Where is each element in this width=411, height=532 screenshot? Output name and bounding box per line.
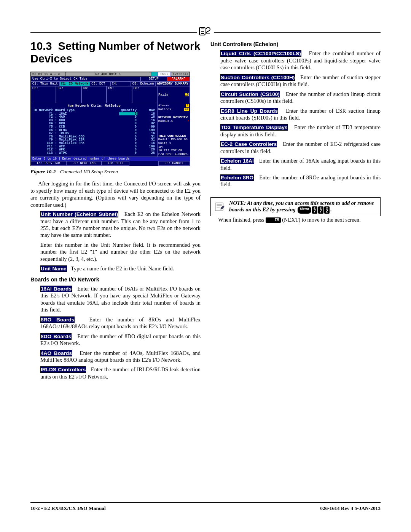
tab-c7: C7: [56,86,81,103]
fkey-f2: F2: NEXT TAB [66,161,102,166]
definition-term: Unit Name [40,265,67,272]
terminal-screenshot: 02-01-11 ● ♪ ♫ RX-400 Unit 1 FULL 12:36:… [30,72,190,166]
tab-c2: C2: IO Network [59,81,90,86]
definition-item: TD3 Temperature Displays Enter the numbe… [220,124,381,138]
term-fw: F/W Rev: 4.00B25 [158,153,189,156]
note-icon [214,201,225,212]
definition-item: 4AO Boards Enter the number of 4AOs, Mul… [40,350,201,364]
note-trail: . [330,206,332,212]
note-box: NOTE: At any time, you can access this s… [210,197,381,216]
keycap-menu: Menu [298,206,311,214]
definition-term: 8RO Boards [40,316,75,323]
fkey-f4 [129,161,158,166]
keycap-7: &7 [312,206,317,214]
note-text: NOTE: At any time, you can access this s… [229,200,377,214]
term-ctrl-title: THIS CONTROLLER [158,134,189,138]
tab-c6: C6: [31,86,56,103]
term-tabs-row2: C6: C7: C8: C9: C0: Fails 15 [31,86,190,103]
term-top-iconbox [151,72,158,77]
term-net-title: NETWORK OVERVIEW [158,116,189,119]
definition-term: Echelon 16AI [220,158,254,164]
after-note-pre: When finished, press [218,217,266,223]
definition-item: Liquid Ctrls (CC100P/CC100LS) Enter the … [220,50,381,71]
definition-term: Unit Number (Echelon Subnet) [40,211,118,217]
definition-term: ESR8 Line Up Boards [220,108,278,114]
section-number: 10.3 [30,40,52,52]
definition-item: Echelon 16AI Enter the number of 16AIe a… [220,157,381,171]
intro-paragraph: After logging in for the first time, the… [30,180,201,208]
plus-icon: + [187,120,189,123]
term-alarm: *ALARM* [167,77,190,81]
definition-term: 8DO Boards [40,333,72,340]
after-note-paragraph: When finished, press F5 (NEXT) to move t… [210,216,381,223]
definition-item: IRLDS Controllers Enter the number of IR… [40,366,201,380]
term-tabs-row1: C1: This Unit C2: IO Network C3: ECT C4:… [31,81,190,86]
figure-caption-text: - Connected I/O Setup Screen [56,169,118,174]
definition-term: EC-2 Case Controllers [220,141,277,147]
figure-label: Figure 10-2 [30,169,56,174]
term-top-center: RX-400 Unit 1 [65,72,151,77]
figure-caption: Figure 10-2 - Connected I/O Setup Screen [30,168,201,175]
term-sidebar: Alarms1 Notices42 NETWORK OVERVIEW Modbu… [157,103,190,157]
term-alarms-label: Alarms [158,104,169,107]
term-hint: Use Ctrl-X to Select CX Tabs [31,77,140,81]
term-top-time: 12:36:47 [171,72,190,77]
definition-desc: Type a name for the E2 in the Unit Name … [71,265,174,272]
tab-c4: C4: [110,81,131,86]
right-column: Unit Controllers (Echelon) Liquid Ctrls … [210,40,381,383]
term-ip: IP: 10.212.237.69 [158,145,189,152]
definition-term: 16AI Boards [40,286,72,292]
definition-term: Circuit Suction (CS100) [220,91,280,97]
tab-c9: C9: [107,86,132,103]
term-fails-label: Fails [158,93,168,97]
fkey-f5: F5: CANCEL [158,161,190,166]
definition-term: 4AO Boards [40,350,72,356]
term-notices-val: 42 [184,108,189,111]
definition-term: Echelon 8RO [220,174,254,181]
term-body-title: Num Network Ctrls: NetSetup [32,104,156,108]
unit-controllers-subhead: Unit Controllers (Echelon) [210,41,381,48]
term-top-full: FULL [158,72,171,77]
keycap-f5: F5 [266,217,281,223]
section-heading: 10.3 Setting Number of Network Devices [30,40,201,66]
keycap-7: &7 [318,206,323,214]
term-setup: SETUP [140,77,167,81]
term-main: Num Network Ctrls: NetSetup IO Network B… [31,103,157,157]
definition-item: ESR8 Line Up Boards Enter the number of … [220,107,381,121]
term-modbus: Modbus-1 [158,120,173,123]
definition-term: Suction Controllers (CC100H) [220,74,295,81]
term-prompt: Enter 0 to 16 | Enter desired number of … [31,157,190,161]
term-model: Model: RX-400 00 [158,138,189,141]
tab-c0: C0: [132,86,157,103]
term-adv-title: ADVISORY SUMMARY [155,81,190,86]
definition-item: 16AI Boards Enter the number of 16AIs or… [40,285,201,313]
definition-item: Circuit Suction (CS100) Enter the number… [220,91,381,105]
term-table-row: #13: WTPK028 [32,152,156,155]
brand-logo [197,27,214,35]
page-footer: 10-2 • E2 RX/BX/CX I&O Manual 026-1614 R… [30,502,381,511]
boards-subhead: Boards on the I/O Network [30,276,201,283]
definition-item: Unit Number (Echelon Subnet) Each E2 on … [40,211,201,239]
definition-item: 8RO Boards Enter the number of 8ROs and … [40,316,201,330]
tab-c3: C3: ECT [90,81,110,86]
after-note-post: (NEXT) to move to the next screen. [281,217,361,223]
term-top-left: 02-01-11 ● ♪ ♫ [31,72,65,77]
definition-desc: Enter this number in the Unit Number fie… [40,242,201,262]
tab-c5: C5: Echelon [131,81,156,86]
section-title-text: Setting Number of Network Devices [30,40,200,65]
definition-item: EC-2 Case Controllers Enter the number o… [220,141,381,155]
definition-item: Unit Name Type a name for the E2 in the … [40,265,201,272]
fkey-f1: F1: PREV TAB [31,161,66,166]
fkey-f3: F3: EDIT [102,161,129,166]
term-fails-val: 15 [185,93,189,97]
definition-item: Echelon 8RO Enter the number of 8ROe ana… [220,174,381,188]
definition-term: TD3 Temperature Displays [220,124,288,131]
definition-item: Suction Controllers (CC100H) Enter the n… [220,74,381,88]
term-notices-label: Notices [158,108,171,111]
definition-item: 8DO Boards Enter the number of 8DO digit… [40,333,201,347]
left-column: 10.3 Setting Number of Network Devices 0… [30,40,201,383]
footer-left: 10-2 • E2 RX/BX/CX I&O Manual [30,505,106,511]
term-fkeys: F1: PREV TAB F2: NEXT TAB F3: EDIT F5: C… [31,161,190,166]
term-side-top: Fails 15 [157,86,190,103]
keycap-2: @2 [324,206,330,214]
